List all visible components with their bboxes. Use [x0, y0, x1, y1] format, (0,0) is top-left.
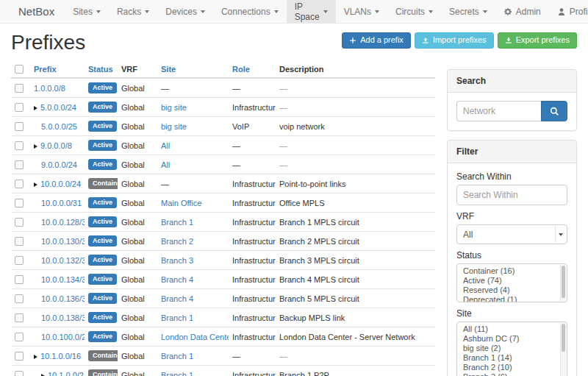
row-checkbox[interactable]: [15, 180, 24, 188]
site-link[interactable]: Branch 1: [161, 371, 193, 376]
row-checkbox[interactable]: [15, 141, 24, 150]
export-prefixes-button[interactable]: Export prefixes: [498, 32, 577, 49]
listbox-option[interactable]: Active (74): [457, 276, 567, 285]
prefix-link[interactable]: 10.0.0.136/31: [41, 294, 85, 303]
search-input[interactable]: [456, 101, 541, 121]
chevron-down-icon: [429, 10, 433, 13]
site-link[interactable]: All: [161, 141, 170, 150]
row-checkbox[interactable]: [15, 294, 24, 303]
site-link[interactable]: London Data Center: [161, 333, 229, 341]
listbox-option[interactable]: big site (2): [457, 344, 567, 353]
site-link[interactable]: Branch 1: [161, 352, 193, 361]
vrf-cell: Global: [118, 194, 157, 213]
prefix-link[interactable]: 10.0.0.0/31: [41, 199, 82, 207]
status-listbox[interactable]: Container (16)Active (74)Reserved (4)Dep…: [456, 263, 567, 302]
nav-item-admin[interactable]: Admin: [495, 0, 549, 23]
prefix-link[interactable]: 9.0.0.0/24: [41, 160, 77, 169]
nav-item-racks[interactable]: Racks: [109, 0, 157, 23]
listbox-option[interactable]: Branch 2 (10): [457, 363, 567, 372]
button-label: Add a prefix: [360, 35, 404, 45]
row-checkbox[interactable]: [15, 122, 24, 131]
vrf-select[interactable]: All: [456, 224, 567, 244]
row-checkbox[interactable]: [15, 199, 24, 207]
listbox-option[interactable]: Ashburn DC (7): [457, 334, 567, 344]
prefix-link[interactable]: 9.0.0.0/8: [40, 141, 72, 150]
nav-item-profile[interactable]: Profile: [549, 0, 588, 23]
prefix-link[interactable]: 10.0.0.0/24: [40, 180, 81, 188]
expand-children-icon: [34, 106, 37, 110]
description-cell: —: [276, 155, 435, 174]
prefix-link[interactable]: 10.0.0.128/31: [41, 218, 85, 227]
vrf-label: VRF: [456, 211, 567, 221]
row-checkbox[interactable]: [15, 352, 24, 361]
search-within-input[interactable]: [456, 185, 567, 205]
prefix-link[interactable]: 10.0.0.130/31: [41, 237, 85, 246]
listbox-option[interactable]: Container (16): [457, 266, 567, 276]
column-header-site[interactable]: Site: [157, 60, 229, 78]
listbox-option[interactable]: Branch 1 (14): [457, 353, 567, 363]
nav-item-devices[interactable]: Devices: [157, 0, 213, 23]
site-link[interactable]: Branch 1: [161, 218, 193, 227]
table-row: 9.0.0.0/24ActiveGlobalAll——: [11, 155, 435, 174]
description-cell: Branch 1 P2P: [276, 366, 435, 376]
row-checkbox[interactable]: [15, 313, 24, 322]
row-checkbox[interactable]: [15, 275, 24, 284]
brand-netbox[interactable]: NetBox: [0, 0, 65, 23]
site-link[interactable]: big site: [161, 103, 187, 112]
nav-item-label: IP Space: [295, 1, 320, 22]
row-checkbox[interactable]: [15, 333, 24, 341]
row-checkbox[interactable]: [15, 84, 24, 93]
prefix-link[interactable]: 10.0.0.134/31: [41, 275, 85, 284]
prefix-link[interactable]: 10.0.100.0/24: [41, 333, 85, 341]
vrf-select-button[interactable]: [555, 226, 566, 243]
table-row: 10.1.0.0/24ContainerGlobalBranch 1Infras…: [11, 366, 435, 376]
select-all-checkbox[interactable]: [15, 65, 24, 74]
row-checkbox[interactable]: [15, 103, 24, 112]
nav-item-ip-space[interactable]: IP Space: [287, 0, 336, 23]
search-button[interactable]: [541, 101, 567, 121]
row-checkbox[interactable]: [15, 237, 24, 246]
prefix-link[interactable]: 5.0.0.0/25: [41, 122, 77, 131]
site-link[interactable]: Branch 1: [161, 313, 193, 322]
column-header-prefix[interactable]: Prefix: [30, 60, 85, 78]
site-link[interactable]: big site: [161, 122, 187, 131]
row-checkbox[interactable]: [15, 218, 24, 227]
listbox-option[interactable]: Branch 3 (6): [457, 372, 567, 376]
scrollbar[interactable]: [560, 323, 566, 376]
description-cell: Branch 3 MPLS circuit: [276, 251, 435, 270]
site-link[interactable]: Branch 4: [161, 275, 193, 284]
table-row: 10.0.0.130/31ActiveGlobalBranch 2Infrast…: [11, 232, 435, 251]
row-checkbox[interactable]: [15, 160, 24, 169]
import-prefixes-button[interactable]: Import prefixes: [415, 32, 494, 49]
nav-item-label: Admin: [516, 7, 541, 17]
scrollbar[interactable]: [560, 265, 566, 301]
listbox-option[interactable]: All (11): [457, 324, 567, 334]
nav-item-connections[interactable]: Connections: [213, 0, 287, 23]
nav-item-sites[interactable]: Sites: [65, 0, 109, 23]
row-checkbox[interactable]: [15, 256, 24, 265]
button-label: Import prefixes: [433, 35, 487, 45]
prefix-link[interactable]: 10.1.0.0/24: [48, 371, 85, 376]
column-header-role[interactable]: Role: [229, 60, 276, 78]
vrf-cell: Global: [118, 308, 157, 327]
listbox-option[interactable]: Deprecated (1): [457, 295, 567, 302]
site-link[interactable]: Branch 3: [161, 256, 193, 265]
site-link[interactable]: Branch 4: [161, 294, 193, 303]
prefix-link[interactable]: 10.1.0.0/16: [40, 352, 81, 361]
site-link[interactable]: Branch 2: [161, 237, 193, 246]
prefix-link[interactable]: 10.0.0.132/31: [41, 256, 85, 265]
column-header-status[interactable]: Status: [85, 60, 118, 78]
prefix-link[interactable]: 10.0.0.138/31: [41, 313, 85, 322]
prefix-link[interactable]: 1.0.0.0/8: [34, 84, 65, 93]
listbox-option[interactable]: Reserved (4): [457, 285, 567, 295]
row-checkbox[interactable]: [15, 371, 24, 376]
nav-item-vlans[interactable]: VLANs: [336, 0, 387, 23]
role-cell: —: [229, 78, 276, 98]
nav-item-circuits[interactable]: Circuits: [387, 0, 441, 23]
site-listbox[interactable]: All (11)Ashburn DC (7)big site (2)Branch…: [456, 322, 567, 376]
site-link[interactable]: Main Office: [161, 199, 201, 207]
add-a-prefix-button[interactable]: Add a prefix: [342, 32, 411, 49]
prefix-link[interactable]: 5.0.0.0/24: [40, 103, 76, 112]
nav-item-secrets[interactable]: Secrets: [441, 0, 495, 23]
site-link[interactable]: All: [161, 160, 170, 169]
